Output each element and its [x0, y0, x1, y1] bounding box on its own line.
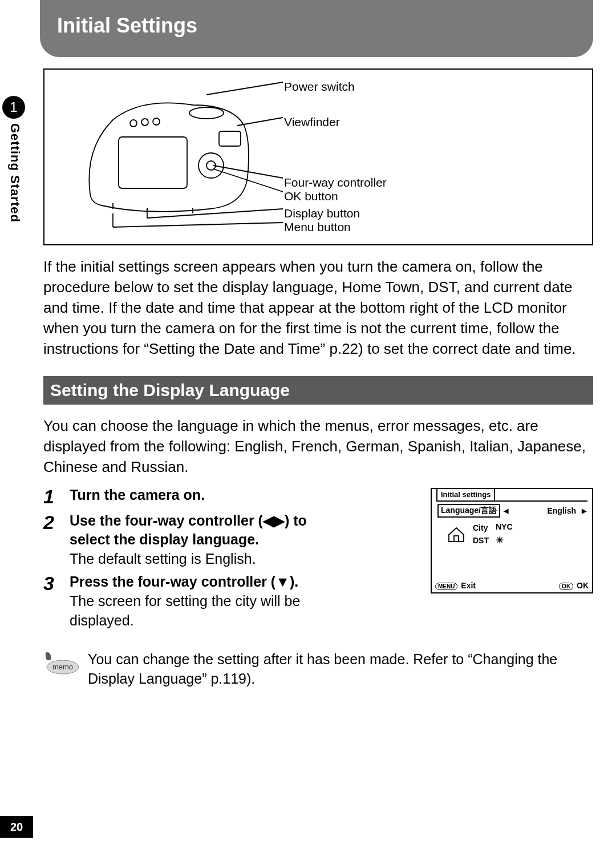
- screen-tab-label: Initial settings: [436, 488, 495, 501]
- dst-sun-icon: ☀: [496, 535, 513, 546]
- left-arrow-icon: ◀: [504, 507, 508, 515]
- screen-city-label: City: [473, 523, 489, 532]
- page-title: Initial Settings: [57, 14, 197, 37]
- step-2-title: Use the four-way controller (◀▶) to sele…: [70, 511, 340, 548]
- memo-block: memo You can change the setting after it…: [43, 650, 593, 689]
- screen-language-value: English: [547, 506, 576, 515]
- page-header: Initial Settings: [40, 0, 593, 57]
- svg-line-10: [213, 165, 283, 178]
- step-1: 1 Turn the camera on.: [43, 486, 340, 508]
- svg-line-13: [147, 209, 283, 218]
- intro-paragraph: If the initial settings screen appears w…: [43, 257, 593, 359]
- label-ok-button: OK button: [284, 189, 338, 203]
- screen-ok: OK OK: [559, 581, 589, 590]
- label-power-switch: Power switch: [284, 80, 355, 94]
- step-3-sub: The screen for setting the city will be …: [70, 592, 340, 631]
- lcd-screen-mock: Initial settings Language/言語 ◀ English ▶: [431, 488, 593, 593]
- screen-ok-label: OK: [577, 581, 589, 590]
- memo-badge-icon: memo: [43, 650, 80, 675]
- menu-button-icon: MENU: [435, 583, 457, 590]
- screen-language-row: Language/言語 ◀ English ▶: [436, 502, 587, 519]
- right-arrow-icon: ▶: [582, 507, 586, 515]
- svg-line-15: [113, 223, 283, 227]
- svg-rect-16: [454, 536, 459, 542]
- label-display-btn: Display button: [284, 207, 360, 220]
- step-3-number: 3: [43, 572, 70, 631]
- label-viewfinder: Viewfinder: [284, 115, 340, 129]
- section-lead: You can choose the language in which the…: [43, 416, 593, 478]
- screen-exit: MENU Exit: [435, 581, 476, 590]
- step-1-number: 1: [43, 486, 70, 508]
- label-menu-btn: Menu button: [284, 220, 351, 234]
- page-number: 20: [0, 816, 33, 838]
- section-heading: Setting the Display Language: [43, 376, 593, 405]
- step-list: 1 Turn the camera on. 2 Use the four-way…: [43, 486, 340, 634]
- step-2-number: 2: [43, 511, 70, 569]
- svg-line-9: [237, 118, 283, 126]
- step-2-sub: The default setting is English.: [70, 550, 340, 569]
- svg-line-8: [206, 82, 283, 95]
- step-3-title: Press the four-way controller (▼).: [70, 572, 340, 591]
- camera-diagram: Power switch Viewfinder Four-way control…: [43, 68, 593, 245]
- chapter-number-badge: 1: [2, 96, 25, 119]
- step-2: 2 Use the four-way controller (◀▶) to se…: [43, 511, 340, 569]
- home-icon: [447, 526, 466, 543]
- side-gutter: 1 Getting Started 20: [0, 0, 33, 848]
- svg-line-11: [213, 169, 283, 192]
- svg-text:memo: memo: [52, 663, 73, 671]
- step-1-title: Turn the camera on.: [70, 486, 340, 504]
- label-fourway: Four-way controller: [284, 176, 387, 189]
- screen-language-label: Language/言語: [437, 504, 500, 518]
- screen-exit-label: Exit: [461, 581, 476, 590]
- step-3: 3 Press the four-way controller (▼). The…: [43, 572, 340, 631]
- page-content: Power switch Viewfinder Four-way control…: [43, 57, 593, 688]
- chapter-label: Getting Started: [7, 123, 22, 223]
- ok-button-icon: OK: [559, 583, 573, 590]
- memo-text: You can change the setting after it has …: [88, 650, 593, 689]
- screen-dst-label: DST: [473, 536, 489, 545]
- screen-city-value: NYC: [496, 522, 513, 531]
- screen-language-label-text: Language/言語: [441, 506, 497, 516]
- steps-and-screen: 1 Turn the camera on. 2 Use the four-way…: [43, 486, 593, 634]
